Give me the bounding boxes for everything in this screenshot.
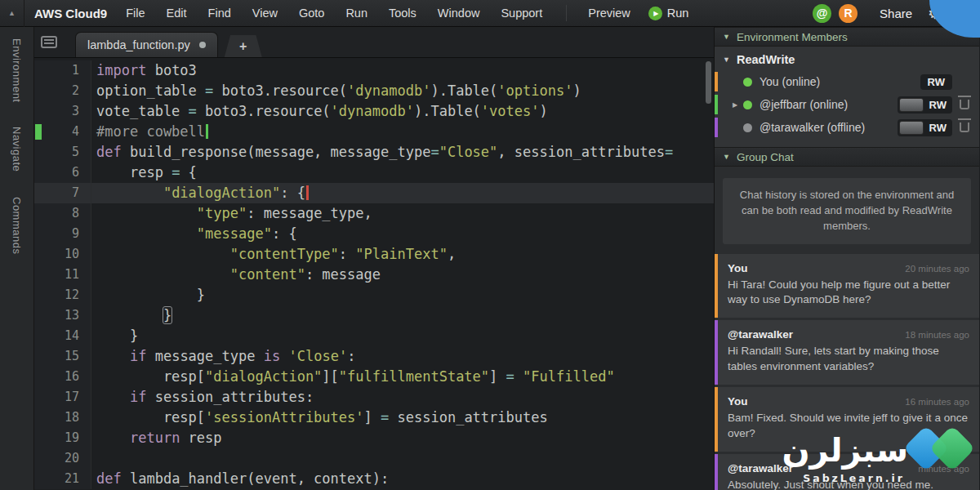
share-button[interactable]: Share — [880, 7, 912, 20]
code-token: message_type — [146, 348, 263, 364]
rw-badge[interactable]: RW — [920, 74, 952, 90]
code-token: resp — [180, 430, 221, 446]
menu-item-file[interactable]: File — [115, 7, 155, 20]
toggle-knob[interactable] — [899, 98, 924, 112]
chat-message: @tarawalkerminutes agoAbsolutely. Just s… — [715, 454, 979, 490]
preview-button[interactable]: Preview — [580, 7, 639, 20]
chat-author: You — [728, 262, 905, 274]
tab-lambda-function[interactable]: lambda_function.py — [75, 32, 218, 57]
menu-item-view[interactable]: View — [242, 7, 288, 20]
code-token: import — [96, 62, 146, 78]
permission-toggle[interactable]: RW — [898, 96, 952, 114]
member-name: @tarawalker (offline) — [760, 121, 898, 134]
code-token — [96, 205, 197, 221]
line-number: 14 — [34, 326, 91, 346]
code-line-text: "message": { — [91, 224, 714, 244]
code-token — [96, 246, 230, 262]
code-line-text: "dialogAction": { — [91, 183, 714, 203]
editor-scrollbar[interactable] — [706, 61, 711, 104]
code-token — [96, 307, 163, 323]
user-avatar-r[interactable]: R — [839, 4, 858, 23]
menu-item-run[interactable]: Run — [335, 7, 378, 20]
offline-dot-icon — [743, 123, 752, 132]
chat-timestamp: 18 minutes ago — [905, 330, 969, 340]
code-token: ) — [572, 82, 581, 99]
menu-item-support[interactable]: Support — [490, 7, 553, 20]
code-line: 13 } — [34, 305, 714, 326]
run-label: Run — [667, 7, 689, 20]
collaborator-marker-icon — [35, 124, 42, 140]
menubar-divider — [566, 5, 567, 21]
code-line: 17 if session_attributes: — [34, 387, 714, 408]
code-line-text: vote_table = boto3.resource('dynamodb').… — [91, 101, 714, 122]
code-line-text: if message_type is 'Close': — [91, 346, 714, 367]
delete-member-icon[interactable] — [960, 100, 969, 109]
member-color-bar — [715, 72, 718, 91]
delete-member-icon[interactable] — [960, 122, 969, 132]
code-token: = — [205, 82, 213, 99]
collab-cursor-green — [206, 124, 208, 139]
code-token: option_table — [96, 82, 205, 99]
sidebar-tab-navigate[interactable]: Navigate — [11, 127, 23, 172]
code-token — [514, 368, 523, 385]
code-line-text: } — [91, 305, 714, 326]
code-token: def — [96, 470, 122, 487]
line-number: 9 — [34, 224, 91, 244]
line-number: 1 — [34, 60, 91, 81]
code-line: 14 } — [34, 326, 714, 346]
permission-toggle[interactable]: RW — [898, 119, 952, 136]
code-editor[interactable]: 1import boto32option_table = boto3.resou… — [34, 58, 714, 490]
code-token — [280, 348, 288, 364]
chat-timestamp: minutes ago — [918, 464, 969, 474]
code-token: = — [506, 368, 514, 385]
group-chat-header[interactable]: ▼ Group Chat — [715, 147, 979, 167]
line-number: 12 — [34, 285, 91, 305]
code-token: is — [264, 348, 280, 364]
run-button[interactable]: ▶ Run — [639, 7, 699, 20]
new-tab-button[interactable]: + — [225, 35, 262, 57]
line-number: 6 — [34, 163, 91, 183]
line-number: 17 — [34, 387, 91, 408]
menu-item-window[interactable]: Window — [427, 7, 491, 20]
readwrite-group-header[interactable]: ▼ ReadWrite — [715, 47, 979, 70]
code-token: resp — [96, 164, 172, 180]
collapse-caret-icon: ▼ — [723, 153, 730, 161]
environment-members-header[interactable]: ▼ Environment Members — [715, 27, 979, 47]
member-name: You (online) — [760, 75, 920, 88]
collaborator-avatar-at[interactable]: @ — [813, 4, 831, 23]
menu-item-goto[interactable]: Goto — [288, 7, 335, 20]
chat-message-text: Absolutely. Just shout when you need me. — [728, 478, 969, 490]
line-number: 10 — [34, 244, 91, 265]
code-token: ) — [540, 103, 548, 119]
code-token: #more cowbell — [96, 123, 205, 140]
code-token: : { — [280, 185, 305, 201]
code-token: "Close" — [439, 144, 498, 160]
code-token: 'dynamodb' — [331, 103, 414, 119]
code-token: : — [347, 348, 355, 364]
code-line: 20 — [34, 448, 714, 469]
code-token: boto3.resource( — [213, 82, 347, 99]
chat-message: You16 minutes agoBam! Fixed. Should we i… — [715, 387, 979, 452]
rw-badge: RW — [929, 99, 947, 111]
code-token: 'options' — [497, 82, 572, 99]
code-line: 18 resp['sessionAttributes'] = session_a… — [34, 408, 714, 428]
code-token: = — [430, 144, 439, 160]
code-token: ] — [364, 409, 381, 425]
code-token: { — [180, 164, 196, 180]
tab-list-button[interactable] — [34, 26, 64, 57]
menu-item-edit[interactable]: Edit — [156, 7, 198, 20]
member-expander-icon[interactable]: ▶ — [733, 101, 743, 109]
code-token: } — [163, 307, 172, 323]
code-token: , session_attributes — [497, 144, 665, 160]
sidebar-tab-environment[interactable]: Environment — [11, 38, 23, 102]
online-dot-icon — [743, 78, 752, 87]
sidebar-tab-commands[interactable]: Commands — [11, 197, 23, 254]
code-line-text: resp['sessionAttributes'] = session_attr… — [91, 408, 714, 428]
menu-item-tools[interactable]: Tools — [378, 7, 427, 20]
code-line: 11 "content": message — [34, 265, 714, 285]
menu-item-find[interactable]: Find — [198, 7, 242, 20]
toggle-knob[interactable] — [899, 121, 924, 135]
menu-collapse-icon[interactable]: ▲ — [0, 0, 24, 27]
code-line: 6 resp = { — [34, 163, 714, 183]
code-token: session_attributes — [389, 409, 547, 425]
